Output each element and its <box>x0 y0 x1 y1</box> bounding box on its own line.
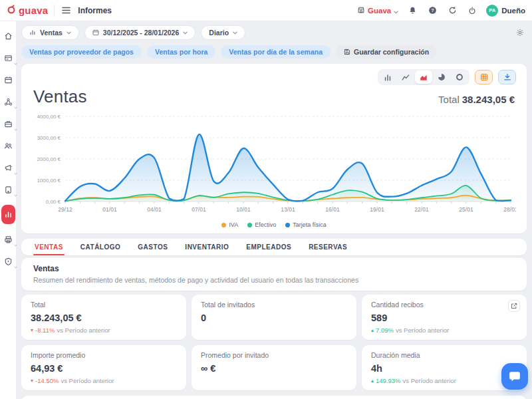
user-menu[interactable]: PA Dueño <box>486 5 525 17</box>
store-icon <box>357 5 365 17</box>
sidebar-item-calendar[interactable] <box>1 73 15 86</box>
download-icon[interactable] <box>498 70 516 84</box>
chip-ventas-dia-semana[interactable]: Ventas por día de la semana <box>221 45 331 59</box>
sidebar-item-team[interactable] <box>1 139 15 152</box>
refresh-icon[interactable] <box>447 5 458 16</box>
chevron-down-icon <box>14 259 17 271</box>
sidebar-item-briefcase[interactable] <box>1 117 15 130</box>
pie-chart-icon[interactable] <box>433 70 450 84</box>
sidebar-item-network[interactable] <box>1 95 15 108</box>
save-icon <box>344 49 350 55</box>
tab-gastos[interactable]: GASTOS <box>138 239 168 255</box>
tab-empleados[interactable]: EMPLEADOS <box>246 239 291 255</box>
report-type-select[interactable]: Ventas <box>21 25 79 40</box>
stat-delta: ▾-14.50%vs Período anterior <box>31 377 177 384</box>
chevron-down-icon <box>14 166 17 178</box>
stat-delta: ▴7.09%vs Período anterior <box>371 327 517 334</box>
svg-text:4000,00 €: 4000,00 € <box>37 114 61 120</box>
svg-text:07/01: 07/01 <box>192 206 206 213</box>
svg-text:28/01: 28/01 <box>503 206 516 213</box>
next-section-peek <box>21 396 527 399</box>
legend-item[interactable]: IVA <box>221 221 238 228</box>
area-chart-icon[interactable] <box>415 70 432 84</box>
account-switcher[interactable]: Guava <box>357 5 398 17</box>
account-name: Guava <box>368 7 391 15</box>
svg-text:0,00 €: 0,00 € <box>46 199 61 205</box>
chart-legend: IVAEfectivoTarjeta física <box>32 221 516 231</box>
chip-ventas-proveedor[interactable]: Ventas por proveedor de pagos <box>21 45 142 59</box>
sidebar-item-marketing[interactable] <box>1 161 15 174</box>
guava-logo-icon <box>7 5 16 16</box>
line-chart-icon[interactable] <box>397 70 414 84</box>
chart-total: Total38.243,05 € <box>438 94 515 107</box>
svg-text:1000,00 €: 1000,00 € <box>37 178 61 184</box>
sidebar-item-home[interactable] <box>1 29 15 43</box>
report-tabs: VENTAS CATÁLOGO GASTOS INVENTARIO EMPLEA… <box>21 239 527 255</box>
granularity-select[interactable]: Diario <box>201 25 245 40</box>
tab-reservas[interactable]: RESERVAS <box>309 239 347 255</box>
chevron-down-icon <box>66 31 71 35</box>
guava-logo[interactable]: guava <box>7 5 48 16</box>
legend-dot-icon <box>221 223 226 227</box>
help-icon[interactable]: ? <box>427 5 438 16</box>
legend-item[interactable]: Efectivo <box>247 221 276 228</box>
svg-text:16/01: 16/01 <box>325 206 340 213</box>
svg-text:?: ? <box>431 7 434 13</box>
sidebar-item-printer[interactable] <box>1 233 15 246</box>
stat-delta: ▴149.93%vs Período anterior <box>371 377 517 384</box>
bar-chart-icon <box>29 29 36 36</box>
chevron-down-icon <box>14 100 17 112</box>
sidebar <box>0 21 16 399</box>
chevron-down-icon <box>14 188 17 200</box>
chevron-down-icon <box>14 122 17 134</box>
stats-grid: Total 38.243,05 € ▾-8.11%vs Período ante… <box>21 295 527 390</box>
chevron-down-icon <box>394 5 398 17</box>
external-link-icon[interactable] <box>508 300 520 312</box>
bell-icon[interactable] <box>407 5 418 16</box>
svg-text:10/01: 10/01 <box>236 206 251 213</box>
stat-card-promedio-invitado: Promedio por invitado ∞ € <box>192 345 356 390</box>
tab-catalogo[interactable]: CATÁLOGO <box>80 239 120 255</box>
chevron-down-icon <box>233 31 237 35</box>
avatar: PA <box>486 5 498 17</box>
section-title: Ventas <box>33 264 515 273</box>
quick-reports-row: Ventas por proveedor de pagos Ventas por… <box>21 45 527 59</box>
menu-icon[interactable] <box>61 5 72 15</box>
bar-chart-icon[interactable] <box>379 70 396 84</box>
shield-icon[interactable] <box>1 255 15 268</box>
stat-card-recibos: Cantidad recibos 589 ▴7.09%vs Período an… <box>362 295 527 340</box>
trend-arrow-icon: ▾ <box>31 327 33 333</box>
chart-type-switcher <box>378 69 469 85</box>
tab-ventas[interactable]: VENTAS <box>35 239 63 255</box>
date-range-select[interactable]: 30/12/2025 - 28/01/2026 <box>84 25 196 40</box>
main-content: Ventas 30/12/2025 - 28/01/2026 Diario Ve… <box>16 21 532 399</box>
svg-text:22/01: 22/01 <box>414 206 429 213</box>
chip-ventas-hora[interactable]: Ventas por hora <box>147 45 215 59</box>
divider <box>54 5 55 17</box>
top-bar: guava Informes Guava ? <box>0 0 532 21</box>
trend-arrow-icon: ▾ <box>31 378 33 384</box>
svg-text:19/01: 19/01 <box>370 206 384 213</box>
svg-text:01/01: 01/01 <box>102 206 117 213</box>
svg-text:13/01: 13/01 <box>281 206 295 213</box>
chat-bubble-icon[interactable] <box>501 363 528 390</box>
user-role: Dueño <box>501 7 525 15</box>
power-icon[interactable] <box>467 5 477 16</box>
sales-area-chart[interactable]: 0,00 €1000,00 €2000,00 €3000,00 €4000,00… <box>32 110 516 221</box>
stat-delta: ▾-8.11%vs Período anterior <box>31 327 177 334</box>
sales-chart-card: Ventas Total38.243,05 € 0,00 €1000,00 €2… <box>21 64 527 233</box>
chevron-down-icon <box>183 31 188 35</box>
save-config-button[interactable]: Guardar configuración <box>336 45 437 59</box>
tab-inventario[interactable]: INVENTARIO <box>185 239 229 255</box>
page-title: Informes <box>78 6 112 15</box>
table-view-icon[interactable] <box>475 70 493 84</box>
section-description: Resumen del rendimiento de ventas, métod… <box>33 276 515 284</box>
donut-chart-icon[interactable] <box>451 70 468 84</box>
legend-dot-icon <box>247 223 252 227</box>
sidebar-item-pos[interactable] <box>1 51 15 65</box>
chevron-down-icon <box>14 237 17 249</box>
sidebar-item-devices[interactable] <box>1 183 15 196</box>
settings-gear-icon[interactable] <box>515 27 525 38</box>
legend-item[interactable]: Tarjeta física <box>285 221 327 228</box>
sidebar-item-reports[interactable] <box>1 205 15 224</box>
